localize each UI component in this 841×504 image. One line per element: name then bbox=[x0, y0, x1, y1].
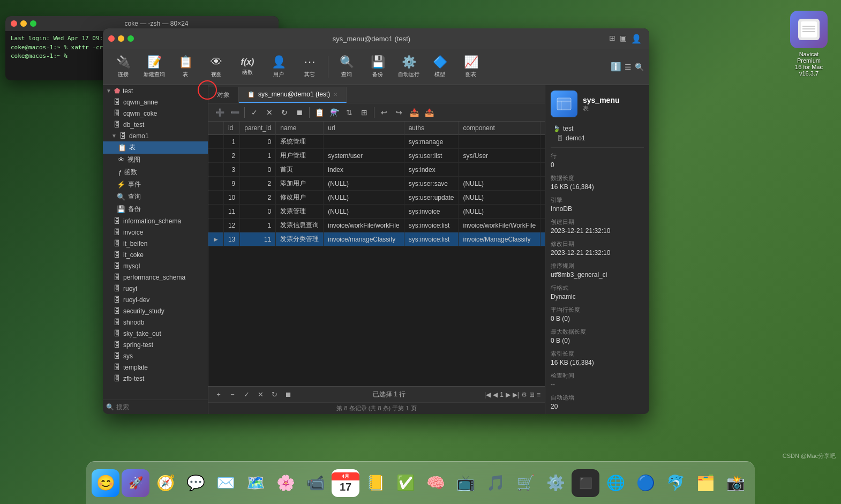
dock-maps[interactable]: 🗺️ bbox=[242, 469, 269, 497]
navicat-maximize-button[interactable] bbox=[127, 35, 134, 42]
table-area[interactable]: id parent_id name url auths component ty… bbox=[208, 122, 545, 386]
info-test-item[interactable]: 🍃 test bbox=[551, 124, 644, 133]
table-row[interactable]: 10 2 修改用户 (NULL) sys:user:update (NULL) … bbox=[208, 191, 545, 205]
cell-url[interactable]: (NULL) bbox=[324, 191, 404, 205]
sidebar-item-cqwm-anne[interactable]: 🗄 cqwm_anne bbox=[103, 96, 208, 108]
sidebar-item-ruoyi[interactable]: 🗄 ruoyi bbox=[103, 283, 208, 294]
dock-facetime[interactable]: 📹 bbox=[302, 469, 329, 497]
dock-music[interactable]: 🎵 bbox=[482, 469, 509, 497]
table-row[interactable]: 12 1 发票信息查询 invoice/workFile/workFile sy… bbox=[208, 219, 545, 232]
cell-auths[interactable]: sys:invoice:list bbox=[404, 232, 459, 246]
refresh-button[interactable]: ↻ bbox=[277, 106, 291, 119]
sidebar-item-invoice[interactable]: 🗄 invoice bbox=[103, 227, 208, 238]
table-row[interactable]: ► 13 11 发票分类管理 invoice/manageClassify sy… bbox=[208, 232, 545, 246]
table-row[interactable]: 3 0 首页 index sys:index 0 hom bbox=[208, 163, 545, 177]
toolbar-function[interactable]: f(x) 函数 bbox=[232, 51, 262, 82]
table-row[interactable]: 9 2 添加用户 (NULL) sys:user:save (NULL) 2 (… bbox=[208, 177, 545, 191]
cell-id[interactable]: 9 bbox=[223, 177, 239, 191]
tab-object[interactable]: 对象 bbox=[208, 87, 239, 103]
sidebar-item-test[interactable]: ▼ ⬟ test bbox=[103, 85, 208, 96]
cell-auths[interactable]: sys:invoice:list bbox=[404, 219, 459, 232]
cell-parent-id[interactable]: 2 bbox=[240, 177, 276, 191]
confirm-status-button[interactable]: ✓ bbox=[241, 389, 252, 401]
search-toolbar-icon[interactable]: 🔍 bbox=[635, 63, 644, 71]
dock-filezilla[interactable]: 🗂️ bbox=[692, 469, 719, 497]
cell-id[interactable]: 13 bbox=[223, 232, 239, 246]
dock-chrome[interactable]: 🌐 bbox=[602, 469, 629, 497]
cell-component[interactable]: invoice/ManageClassify bbox=[459, 232, 540, 246]
sidebar-item-it-coke[interactable]: 🗄 it_coke bbox=[103, 249, 208, 260]
toolbar-chart[interactable]: 📈 图表 bbox=[456, 51, 486, 82]
dock-launchpad[interactable]: 🚀 bbox=[122, 469, 149, 497]
sidebar-item-mysql[interactable]: 🗄 mysql bbox=[103, 260, 208, 272]
info-demo1-item[interactable]: 🗄 demo1 bbox=[551, 133, 644, 143]
cell-parent-id[interactable]: 0 bbox=[240, 205, 276, 219]
cell-url[interactable]: invoice/manageClassify bbox=[324, 232, 404, 246]
dock-calendar[interactable]: 4月 17 bbox=[332, 469, 359, 497]
sidebar-item-template[interactable]: 🗄 template bbox=[103, 362, 208, 373]
col-type[interactable]: type bbox=[540, 122, 545, 135]
sidebar-item-view[interactable]: 👁 视图 bbox=[103, 154, 208, 166]
import-button[interactable]: 📥 bbox=[407, 106, 421, 119]
cell-auths[interactable]: sys:index bbox=[404, 163, 459, 177]
cell-type[interactable]: 2 bbox=[540, 177, 545, 191]
add-status-button[interactable]: + bbox=[213, 389, 224, 401]
tab-close-icon[interactable]: ✕ bbox=[333, 92, 337, 97]
column-button[interactable]: ⊞ bbox=[357, 106, 371, 119]
first-page-button[interactable]: |◀ bbox=[484, 391, 491, 398]
cell-name[interactable]: 用户管理 bbox=[276, 149, 324, 163]
cell-type[interactable]: 1 bbox=[540, 149, 545, 163]
cell-id[interactable]: 3 bbox=[223, 163, 239, 177]
cell-parent-id[interactable]: 0 bbox=[240, 135, 276, 149]
cell-type[interactable]: 1 bbox=[540, 232, 545, 246]
cell-component[interactable]: invoice/workFile/WorkFile bbox=[459, 219, 540, 232]
cell-type[interactable]: 2 bbox=[540, 191, 545, 205]
cell-name[interactable]: 首页 bbox=[276, 163, 324, 177]
sidebar-item-shirodb[interactable]: 🗄 shirodb bbox=[103, 317, 208, 328]
grid-view-button[interactable]: ⊞ bbox=[529, 391, 535, 398]
cell-name[interactable]: 发票信息查询 bbox=[276, 219, 324, 232]
cell-auths[interactable]: sys:user:save bbox=[404, 177, 459, 191]
sidebar-item-function[interactable]: ƒ 函数 bbox=[103, 166, 208, 178]
cell-component[interactable]: (NULL) bbox=[459, 205, 540, 219]
delete-row-button[interactable]: ➖ bbox=[228, 106, 242, 119]
discard-button[interactable]: ✕ bbox=[262, 106, 276, 119]
dock-appstore[interactable]: 🛒 bbox=[512, 469, 539, 497]
cell-url[interactable]: (NULL) bbox=[324, 205, 404, 219]
cell-id[interactable]: 12 bbox=[223, 219, 239, 232]
cell-id[interactable]: 11 bbox=[223, 205, 239, 219]
next-page-status-button[interactable]: ▶ bbox=[506, 391, 510, 398]
sidebar-item-sys[interactable]: 🗄 sys bbox=[103, 350, 208, 362]
col-component[interactable]: component bbox=[459, 122, 540, 135]
sidebar-toggle-icon[interactable]: ⊞ bbox=[609, 34, 615, 44]
dock-reminders[interactable]: ✅ bbox=[392, 469, 419, 497]
col-auths[interactable]: auths bbox=[404, 122, 459, 135]
cell-type[interactable]: 0 bbox=[540, 205, 545, 219]
navicat-close-button[interactable] bbox=[108, 35, 115, 42]
navicat-desktop-icon[interactable]: Navicat Premium 16 for Mac v16.3.7 bbox=[787, 11, 830, 77]
cell-type[interactable]: 1 bbox=[540, 219, 545, 232]
sidebar-item-information-schema[interactable]: 🗄 information_schema bbox=[103, 215, 208, 227]
dock-notes[interactable]: 📒 bbox=[362, 469, 389, 497]
cell-auths[interactable]: sys:user:list bbox=[404, 149, 459, 163]
dock-messages[interactable]: 💬 bbox=[182, 469, 209, 497]
cell-name[interactable]: 添加用户 bbox=[276, 177, 324, 191]
toolbar-backup[interactable]: 💾 备份 bbox=[363, 51, 393, 82]
cell-parent-id[interactable]: 1 bbox=[240, 219, 276, 232]
sidebar-item-cqwm-coke[interactable]: 🗄 cqwm_coke bbox=[103, 108, 208, 119]
dock-canister[interactable]: 🔵 bbox=[632, 469, 659, 497]
cell-id[interactable]: 2 bbox=[223, 149, 239, 163]
toolbar-view[interactable]: 👁 视图 bbox=[201, 51, 231, 82]
sidebar-item-sky-take-out[interactable]: 🗄 sky_take_out bbox=[103, 328, 208, 339]
dock-finder[interactable]: 😊 bbox=[92, 469, 119, 497]
panel-toggle-icon[interactable]: ▣ bbox=[620, 34, 627, 44]
dock-safari[interactable]: 🧭 bbox=[152, 469, 179, 497]
cell-url[interactable]: invoice/workFile/workFile bbox=[324, 219, 404, 232]
dock-mail[interactable]: ✉️ bbox=[212, 469, 239, 497]
dock-screenshot[interactable]: 📸 bbox=[722, 469, 749, 497]
cell-name[interactable]: 修改用户 bbox=[276, 191, 324, 205]
dock-sequel-pro[interactable]: 🐬 bbox=[662, 469, 689, 497]
cell-url[interactable]: index bbox=[324, 163, 404, 177]
table-row[interactable]: 11 0 发票管理 (NULL) sys:invoice (NULL) 0 pr… bbox=[208, 205, 545, 219]
table-row[interactable]: 1 0 系统管理 sys:manage 0 win bbox=[208, 135, 545, 149]
